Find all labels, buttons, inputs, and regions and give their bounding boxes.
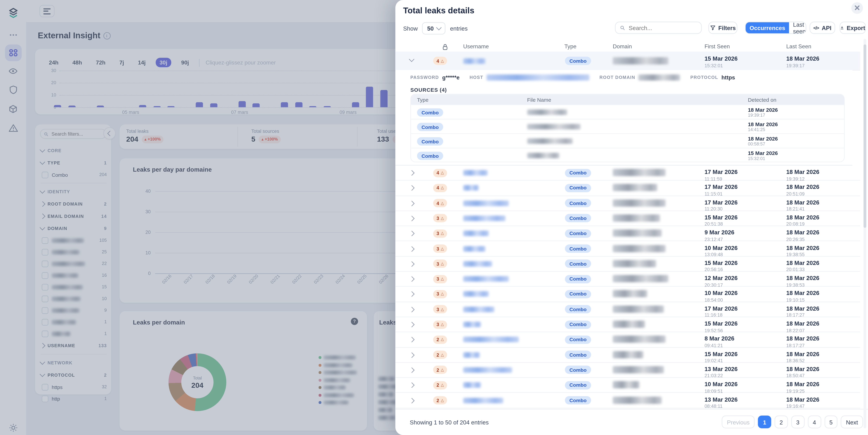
date-cell: 18 Mar 202618:17:27 [786, 335, 819, 348]
time: 15:32:01 [748, 156, 778, 161]
page-button-5[interactable]: 5 [825, 415, 838, 428]
search-field[interactable] [615, 22, 702, 34]
source-row[interactable]: Combo18 Mar 202614:41:25 [411, 119, 844, 134]
table-row[interactable]: 3△Combo15 Mar 202619:52:5618 Mar 202618:… [395, 316, 860, 332]
meta-label: PASSWORD [410, 75, 439, 80]
table-header: Username Type Domain First Seen Last See… [395, 43, 860, 52]
date: 15 Mar 2026 [705, 320, 738, 327]
page-button-1[interactable]: 1 [758, 415, 771, 428]
table-row[interactable]: 4△Combo17 Mar 202611:11:5918 Mar 202619:… [395, 165, 860, 180]
table-row[interactable]: 2△Combo8 Mar 202609:41:2118 Mar 202618:1… [395, 332, 860, 347]
panel-title: Total leaks details [403, 6, 474, 15]
col-first-seen[interactable]: First Seen [705, 43, 730, 49]
occurrences-badge: 3△ [433, 244, 447, 253]
occurrences-badge: 3△ [433, 320, 447, 329]
redacted-username [463, 352, 480, 358]
date-cell: 18 Mar 202619:39:17 [748, 107, 778, 118]
chevron-right-icon[interactable] [409, 292, 414, 297]
table-footer: Showing 1 to 50 of 204 entries Previous1… [395, 409, 868, 435]
chevron-right-icon[interactable] [409, 216, 414, 221]
filters-button[interactable]: Filters [708, 22, 737, 34]
table-row[interactable]: 3△Combo17 Mar 202611:16:1818 Mar 202618:… [395, 301, 860, 317]
chevron-right-icon[interactable] [409, 201, 414, 206]
type-badge: Combo [565, 57, 591, 65]
chevron-down-icon[interactable] [409, 57, 414, 62]
col-last-seen[interactable]: Last Seen [786, 43, 811, 49]
chevron-right-icon[interactable] [409, 322, 414, 327]
date: 18 Mar 2026 [786, 396, 819, 402]
api-button[interactable]: </> API [810, 22, 835, 34]
meta-value: g*****e [442, 74, 460, 81]
chevron-right-icon[interactable] [409, 276, 414, 281]
date-cell: 17 Mar 202611:15:01 [705, 183, 738, 196]
chevron-right-icon[interactable] [409, 337, 414, 342]
occurrences-toggle[interactable]: Occurrences [746, 22, 789, 33]
redacted-domain [613, 260, 656, 267]
table-row[interactable]: 2△Combo15 Mar 202619:02:4118 Mar 202618:… [395, 347, 860, 363]
table-row[interactable]: 3△Combo9 Mar 202623:12:4718 Mar 202620:2… [395, 226, 860, 241]
col-username[interactable]: Username [463, 43, 489, 49]
table-row[interactable]: 4△Combo17 Mar 202611:15:0118 Mar 202620:… [395, 180, 860, 196]
source-row[interactable]: Combo18 Mar 202600:58:57 [411, 133, 844, 148]
chevron-right-icon[interactable] [409, 231, 414, 236]
table-row[interactable]: 4△Combo15 Mar 202615:32:0118 Mar 202619:… [395, 52, 860, 71]
redacted-domain [613, 199, 666, 206]
table-row[interactable]: 3△Combo10 Mar 202613:09:4818 Mar 202619:… [395, 241, 860, 257]
search-input[interactable] [627, 24, 696, 32]
occurrences-badge: 3△ [433, 214, 447, 223]
chevron-right-icon[interactable] [409, 246, 414, 251]
next-page-button[interactable]: Next [841, 415, 863, 428]
page-button-3[interactable]: 3 [791, 415, 804, 428]
chevron-right-icon[interactable] [409, 170, 414, 175]
col-type[interactable]: Type [564, 43, 577, 49]
chevron-right-icon[interactable] [409, 368, 414, 373]
leak-meta: PASSWORDg*****eHOSTROOT DOMAINPROTOCOLht… [410, 74, 847, 81]
chevron-right-icon[interactable] [409, 383, 414, 388]
warning-icon: △ [441, 353, 444, 357]
sources-title: SOURCES (4) [410, 87, 447, 93]
sources-col: Detected on [748, 97, 776, 103]
date-cell: 17 Mar 202611:11:59 [705, 168, 738, 181]
export-button[interactable]: Export [840, 22, 866, 34]
chevron-right-icon[interactable] [409, 398, 414, 403]
table-row[interactable]: 2△Combo13 Mar 202621:03:2218 Mar 202618:… [395, 362, 860, 378]
warning-icon: △ [441, 186, 444, 190]
date: 10 Mar 2026 [705, 244, 738, 251]
warning-icon: △ [441, 337, 444, 342]
table-row[interactable]: 2△Combo13 Mar 202608:48:1118 Mar 202619:… [395, 393, 860, 408]
chevron-right-icon[interactable] [409, 261, 414, 267]
type-badge: Combo [565, 169, 591, 177]
col-domain[interactable]: Domain [613, 43, 632, 49]
occurrences-badge: 2△ [433, 335, 447, 344]
redacted-domain [613, 336, 666, 343]
last-seen-toggle[interactable]: Last seen [789, 22, 806, 33]
screen: External Insighti 24h48h72h7j14j30j90jCl… [0, 0, 868, 435]
redacted-domain [613, 305, 664, 312]
table-row[interactable]: 2△Combo10 Mar 202618:09:5118 Mar 202619:… [395, 377, 860, 393]
chevron-right-icon[interactable] [409, 186, 414, 191]
table-row[interactable]: 3△Combo15 Mar 202620:56:1618 Mar 202620:… [395, 256, 860, 272]
table-row[interactable]: 3△Combo12 Mar 202620:30:1718 Mar 202619:… [395, 271, 860, 287]
meta-field: ROOT DOMAIN [599, 74, 680, 81]
previous-page-button[interactable]: Previous [722, 415, 755, 428]
page-button-4[interactable]: 4 [808, 415, 821, 428]
table-row[interactable]: 3△Combo15 Mar 202620:51:3818 Mar 202620:… [395, 210, 860, 226]
date: 18 Mar 2026 [786, 229, 819, 236]
page-button-2[interactable]: 2 [775, 415, 788, 428]
time: 19:39:17 [748, 113, 778, 118]
redacted-username [463, 58, 486, 64]
chevron-right-icon[interactable] [409, 307, 414, 312]
time: 00:58:57 [748, 142, 778, 146]
table-row[interactable]: 3△Combo10 Mar 202618:54:0018 Mar 202619:… [395, 287, 860, 302]
chevron-right-icon[interactable] [409, 353, 414, 358]
source-row[interactable]: Combo15 Mar 202615:32:01 [411, 148, 844, 162]
date-cell: 18 Mar 202618:50:47 [786, 365, 819, 378]
type-badge: Combo [565, 199, 591, 207]
table-row[interactable]: 4△Combo17 Mar 202611:20:3018 Mar 202618:… [395, 195, 860, 211]
redacted-domain [613, 290, 647, 297]
source-row[interactable]: Combo18 Mar 202619:39:17 [411, 104, 844, 119]
date-cell: 15 Mar 202619:02:41 [705, 350, 738, 363]
occurrences-badge: 2△ [433, 351, 447, 359]
scrollbar-thumb[interactable] [864, 44, 866, 228]
close-icon[interactable] [851, 2, 863, 14]
